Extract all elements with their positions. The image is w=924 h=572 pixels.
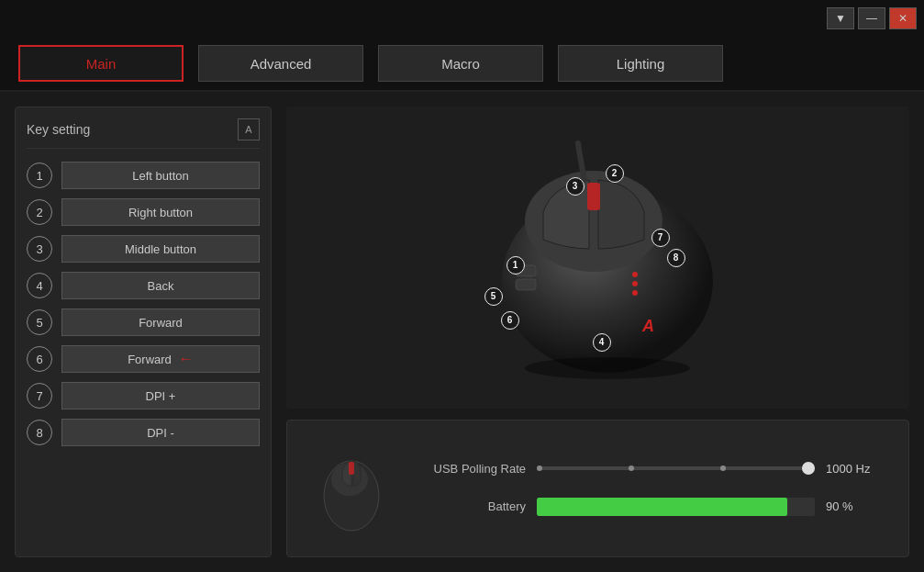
key-num-4: 4 <box>27 273 52 298</box>
svg-text:A: A <box>641 317 654 335</box>
main-content: Key setting A 1 Left button 2 Right butt… <box>0 92 924 572</box>
badge-3: 3 <box>566 177 584 196</box>
key-button-2[interactable]: Right button <box>61 198 260 226</box>
key-button-3[interactable]: Middle button <box>61 235 260 263</box>
badge-2: 2 <box>606 164 624 183</box>
key-num-6: 6 <box>27 346 52 372</box>
badge-4: 4 <box>593 333 611 352</box>
tab-macro[interactable]: Macro <box>378 45 543 82</box>
key-row-3: 3 Middle button <box>27 235 260 263</box>
minimize-button[interactable]: — <box>858 7 885 29</box>
key-row-2: 2 Right button <box>27 198 260 226</box>
nav-tabs: Main Advanced Macro Lighting <box>0 37 924 92</box>
badge-7: 7 <box>651 229 670 247</box>
key-row-8: 8 DPI - <box>27 419 260 446</box>
tab-advanced[interactable]: Advanced <box>198 45 363 82</box>
status-panel: USB Polling Rate 1000 Hz Battery <box>286 420 909 557</box>
panel-header: Key setting A <box>27 118 260 149</box>
arrow-icon: ← <box>179 351 194 367</box>
key-button-4[interactable]: Back <box>61 272 260 299</box>
key-row-1: 1 Left button <box>27 162 260 189</box>
panel-title: Key setting <box>27 122 90 137</box>
svg-rect-2 <box>587 183 600 210</box>
status-controls: USB Polling Rate 1000 Hz Battery <box>416 462 890 516</box>
svg-point-6 <box>632 281 638 286</box>
battery-bar <box>537 498 815 516</box>
key-num-5: 5 <box>27 309 52 335</box>
svg-rect-4 <box>516 279 536 290</box>
panel-icon: A <box>238 118 260 140</box>
restore-button[interactable]: ▼ <box>827 7 854 29</box>
polling-value: 1000 Hz <box>826 462 890 476</box>
battery-fill <box>537 498 787 516</box>
key-num-1: 1 <box>27 163 52 188</box>
mouse-visual: A 1 2 3 4 5 6 7 <box>286 107 909 409</box>
right-area: A 1 2 3 4 5 6 7 <box>286 107 909 557</box>
left-panel: Key setting A 1 Left button 2 Right butt… <box>15 107 272 557</box>
mouse-svg-container: A 1 2 3 4 5 6 7 <box>424 129 773 387</box>
battery-value: 90 % <box>826 499 890 513</box>
badge-5: 5 <box>484 287 503 306</box>
badge-6: 6 <box>501 311 519 330</box>
key-row-6: 6 Forward ← <box>27 345 260 373</box>
key-button-1[interactable]: Left button <box>61 162 260 189</box>
key-num-2: 2 <box>27 199 52 225</box>
key-button-7[interactable]: DPI + <box>61 382 260 409</box>
key-row-4: 4 Back <box>27 272 260 299</box>
mouse-thumb <box>306 438 397 539</box>
key-row-5: 5 Forward <box>27 308 260 336</box>
tab-main[interactable]: Main <box>18 45 184 82</box>
polling-slider[interactable] <box>537 466 815 470</box>
battery-label: Battery <box>416 499 526 513</box>
title-bar: ▼ — ✕ <box>0 0 924 37</box>
key-row-7: 7 DPI + <box>27 382 260 409</box>
badge-8: 8 <box>667 249 685 267</box>
svg-point-9 <box>525 357 690 379</box>
polling-row: USB Polling Rate 1000 Hz <box>416 462 890 476</box>
key-num-7: 7 <box>27 383 52 409</box>
svg-rect-12 <box>349 462 354 475</box>
key-num-3: 3 <box>27 236 52 262</box>
key-num-8: 8 <box>27 420 52 445</box>
key-button-5[interactable]: Forward <box>61 308 260 336</box>
key-button-8[interactable]: DPI - <box>61 419 260 446</box>
svg-point-7 <box>632 290 638 296</box>
battery-row: Battery 90 % <box>416 498 890 516</box>
key-button-6[interactable]: Forward ← <box>61 345 260 373</box>
close-button[interactable]: ✕ <box>889 7 917 29</box>
tab-lighting[interactable]: Lighting <box>558 45 723 82</box>
badge-1: 1 <box>507 256 525 275</box>
polling-label: USB Polling Rate <box>416 462 526 476</box>
svg-point-5 <box>632 272 638 277</box>
mouse-thumb-svg <box>315 443 388 534</box>
